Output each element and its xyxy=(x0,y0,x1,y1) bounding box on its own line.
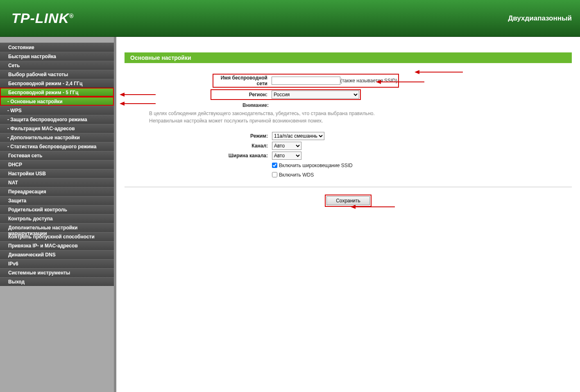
warning-title: Внимание: xyxy=(149,101,362,110)
sidebar-nav: СостояниеБыстрая настройкаСетьВыбор рабо… xyxy=(0,37,116,392)
sidebar-item[interactable]: - Фильтрация MAC-адресов xyxy=(0,124,114,133)
app-header: TP-LINK® Двухдиапазонный xyxy=(0,0,580,37)
save-button-highlight: Сохранить xyxy=(325,195,372,207)
warning-text-2: Неправильная настройка может послужить п… xyxy=(149,117,572,125)
sidebar-item[interactable]: Гостевая сеть xyxy=(0,151,114,160)
sidebar-item[interactable]: Выход xyxy=(0,277,114,286)
sidebar-item[interactable]: Состояние xyxy=(0,43,114,52)
sidebar-item[interactable]: Настройки USB xyxy=(0,169,114,178)
sidebar-item[interactable]: Привязка IP- и MAC-адресов xyxy=(0,241,114,250)
sidebar-item[interactable]: Контроль доступа xyxy=(0,214,114,223)
sidebar-item[interactable]: - Основные настройки xyxy=(0,97,114,106)
mode-label: Режим: xyxy=(149,133,272,139)
sidebar-item[interactable]: Беспроводной режим - 5 ГГц xyxy=(0,88,114,97)
region-select[interactable]: Россия xyxy=(272,91,359,99)
wds-label: Включить WDS xyxy=(279,172,314,178)
sidebar-item[interactable]: Беспроводной режим - 2,4 ГГц xyxy=(0,79,114,88)
sidebar-item[interactable]: - WPS xyxy=(0,106,114,115)
ssid-input[interactable] xyxy=(272,77,340,85)
ssid-broadcast-checkbox[interactable] xyxy=(272,163,277,168)
channel-select[interactable]: Авто xyxy=(272,142,301,150)
region-row-highlight: Регион: Россия xyxy=(211,89,361,100)
sidebar-item[interactable]: Выбор рабочей частоты xyxy=(0,70,114,79)
ssid-broadcast-label: Включить широковещание SSID xyxy=(279,163,353,168)
wds-checkbox[interactable] xyxy=(272,172,277,177)
ssid-row-highlight: Имя беспроводной сети (также называется … xyxy=(213,74,399,88)
sidebar-item[interactable]: - Защита беспроводного режима xyxy=(0,115,114,124)
main-content: Основные настройки Имя беспроводной сети… xyxy=(116,37,580,392)
sidebar-item[interactable]: Динамический DNS xyxy=(0,250,114,259)
sidebar-item[interactable]: NAT xyxy=(0,178,114,187)
warning-text-1: В целях соблюдения действующего законода… xyxy=(149,110,572,117)
sidebar-item[interactable]: Системные инструменты xyxy=(0,268,114,277)
region-label: Регион: xyxy=(212,92,272,97)
brand-text: TP-LINK xyxy=(11,10,69,26)
sidebar-item[interactable]: - Статистика беспроводного режима xyxy=(0,142,114,151)
sidebar-item[interactable]: Дополнительные настройки маршрутизации xyxy=(0,223,114,232)
page-title: Основные настройки xyxy=(125,52,572,63)
sidebar-item[interactable]: Защита xyxy=(0,196,114,205)
sidebar-item[interactable]: Переадресация xyxy=(0,187,114,196)
ssid-hint: (также называется SSID) xyxy=(340,78,397,84)
mode-select[interactable]: 11a/n/ac смешанный xyxy=(272,132,324,140)
sidebar-item[interactable]: Родительский контроль xyxy=(0,205,114,214)
width-select[interactable]: Авто xyxy=(272,152,301,160)
header-title: Двухдиапазонный xyxy=(508,14,572,23)
sidebar-item[interactable]: DHCP xyxy=(0,160,114,169)
brand-logo: TP-LINK® xyxy=(11,10,74,26)
channel-label: Канал: xyxy=(149,143,272,149)
sidebar-item[interactable]: - Дополнительные настройки xyxy=(0,133,114,142)
sidebar-item[interactable]: IPv6 xyxy=(0,259,114,268)
sidebar-item[interactable]: Быстрая настройка xyxy=(0,52,114,61)
separator xyxy=(125,187,572,187)
sidebar-item[interactable]: Сеть xyxy=(0,61,114,70)
ssid-label: Имя беспроводной сети xyxy=(214,75,272,86)
width-label: Ширина канала: xyxy=(149,153,272,159)
save-button[interactable]: Сохранить xyxy=(326,196,370,205)
